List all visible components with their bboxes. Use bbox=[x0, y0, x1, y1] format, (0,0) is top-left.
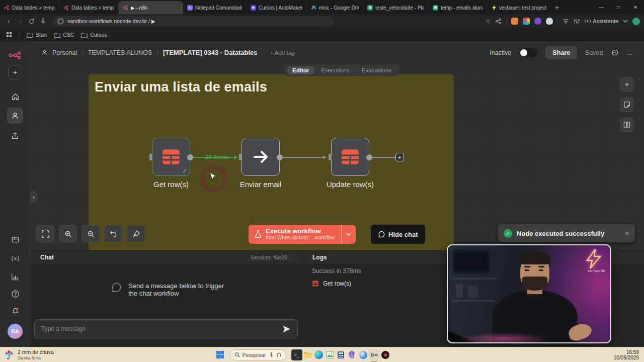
node-enviar-email[interactable] bbox=[242, 138, 280, 176]
home-icon[interactable] bbox=[7, 88, 23, 105]
back-button[interactable]: ‹ bbox=[4, 17, 13, 25]
blue-circle-app-icon[interactable] bbox=[358, 349, 369, 360]
help-icon[interactable] bbox=[7, 286, 23, 302]
chat-session-id[interactable]: Session: f6e28... bbox=[251, 254, 292, 260]
chevron-down-icon[interactable] bbox=[623, 19, 628, 24]
zoom-out-button[interactable] bbox=[82, 225, 100, 242]
browser-tab[interactable]: ◆Cursos | AutoMakers bbox=[247, 1, 307, 14]
workflow-canvas[interactable]: Enviar uma lista de emails Editor Execut… bbox=[30, 64, 644, 250]
new-tab-button[interactable]: + bbox=[550, 1, 564, 14]
tab-editor[interactable]: Editor bbox=[287, 66, 314, 74]
connection-line[interactable] bbox=[282, 157, 325, 158]
photos-app-icon[interactable] bbox=[325, 349, 336, 360]
calculator-app-icon[interactable] bbox=[336, 349, 347, 360]
add-sticky-note-button[interactable] bbox=[620, 98, 634, 112]
undo-button[interactable] bbox=[104, 225, 122, 242]
user-avatar[interactable]: RA bbox=[8, 324, 23, 339]
breadcrumb-personal[interactable]: Personal bbox=[52, 49, 77, 56]
extension-icon[interactable] bbox=[546, 18, 553, 25]
execute-options-caret[interactable] bbox=[342, 225, 356, 244]
add-tag-button[interactable]: + Add tag bbox=[270, 50, 295, 56]
node-input-port[interactable] bbox=[239, 154, 242, 160]
shared-icon[interactable] bbox=[7, 128, 23, 144]
file-explorer-icon[interactable] bbox=[302, 349, 313, 360]
browser-tab[interactable]: misc - Google Drive bbox=[307, 1, 363, 14]
browser-tab[interactable]: Data tables > temp - ema bbox=[0, 1, 59, 14]
browser-tab[interactable]: ▦teste_velocidade - Planilh bbox=[363, 1, 429, 14]
terminal-app-icon[interactable]: >_ bbox=[291, 349, 302, 360]
layout-columns-button[interactable] bbox=[620, 118, 634, 132]
bookmark-folder-start[interactable]: Start bbox=[27, 32, 47, 38]
minimize-button[interactable]: — bbox=[593, 0, 610, 14]
more-menu-button[interactable]: … bbox=[627, 49, 633, 56]
connection-line[interactable] bbox=[372, 157, 395, 158]
edge-browser-icon[interactable] bbox=[313, 349, 325, 360]
browser-tab[interactable]: ▦temp - emails alunos - Pla bbox=[429, 1, 487, 14]
node-get-rows[interactable]: ✓ bbox=[152, 138, 190, 176]
reading-mode-icon[interactable] bbox=[562, 18, 569, 25]
workflow-title[interactable]: [TEMPLATE] 0343 - Datatables bbox=[163, 49, 258, 56]
notifications-bell-icon[interactable] bbox=[7, 303, 23, 319]
new-workflow-button[interactable]: + bbox=[8, 65, 22, 79]
audio-app-icon[interactable] bbox=[369, 349, 380, 360]
history-icon[interactable] bbox=[611, 49, 619, 56]
node-input-port[interactable] bbox=[329, 154, 332, 160]
obsidian-app-icon[interactable] bbox=[347, 349, 358, 360]
taskbar-search-box[interactable]: Pesquisar bbox=[230, 349, 286, 360]
breadcrumb-folder[interactable]: TEMPLATES ALUNOS bbox=[88, 49, 152, 56]
tab-executions[interactable]: Executions bbox=[316, 66, 354, 74]
panel-expand-chevron[interactable]: ‹ bbox=[30, 191, 37, 203]
extension-icon[interactable] bbox=[534, 18, 541, 25]
panel-divider[interactable] bbox=[302, 251, 302, 347]
extension-icon[interactable] bbox=[523, 18, 530, 25]
node-input-port[interactable] bbox=[149, 154, 152, 160]
hide-chat-button[interactable]: Hide chat bbox=[371, 225, 425, 244]
bookmark-folder-cursos[interactable]: Cursos bbox=[81, 32, 107, 38]
tab-evaluations[interactable]: Evaluations bbox=[357, 66, 396, 74]
taskbar-clock[interactable]: 16:59 30/09/2025 bbox=[614, 349, 644, 360]
windows-start-button[interactable] bbox=[215, 349, 226, 360]
assistant-button[interactable]: Assistente bbox=[585, 18, 618, 24]
personal-projects-icon[interactable] bbox=[7, 108, 23, 124]
node-output-port[interactable] bbox=[366, 154, 372, 160]
browser-tab[interactable]: vecbase | test projects | S bbox=[487, 1, 550, 14]
insights-icon[interactable] bbox=[7, 268, 23, 285]
browser-tab[interactable]: NNotepad Comunidade Se bbox=[183, 1, 247, 14]
zoom-in-button[interactable] bbox=[59, 225, 77, 242]
variables-icon[interactable] bbox=[7, 250, 23, 266]
share-button[interactable]: Share bbox=[545, 46, 577, 59]
extension-icon[interactable] bbox=[511, 18, 518, 25]
active-toggle[interactable] bbox=[519, 48, 537, 57]
site-info-icon[interactable] bbox=[57, 18, 64, 25]
add-node-button[interactable]: + bbox=[395, 153, 404, 161]
forward-button[interactable]: › bbox=[16, 17, 25, 25]
bookmark-folder-csc[interactable]: CSC bbox=[54, 32, 74, 38]
bookmark-star-icon[interactable]: ☆ bbox=[485, 18, 491, 25]
browser-tab-active[interactable]: ▶ - n8n bbox=[119, 1, 183, 14]
mic-icon[interactable] bbox=[40, 18, 49, 25]
apps-grid-icon[interactable] bbox=[6, 32, 12, 38]
share-icon[interactable] bbox=[495, 18, 502, 25]
canvas-add-button[interactable]: + bbox=[620, 77, 634, 92]
browser-tab[interactable]: Data tables > temp - ema bbox=[59, 1, 119, 14]
close-button[interactable]: ✕ bbox=[627, 0, 644, 14]
tuner-icon[interactable] bbox=[574, 18, 580, 25]
address-bar[interactable]: sandbox-workflows.nocode.dev.br / ▶ bbox=[52, 16, 334, 27]
chat-message-input[interactable]: Type a message bbox=[34, 319, 298, 338]
toast-close-icon[interactable]: ✕ bbox=[625, 230, 629, 237]
execute-workflow-button[interactable]: Execute workflow from When clicking '...… bbox=[249, 225, 356, 244]
restore-button[interactable]: □ bbox=[610, 0, 627, 14]
fit-view-button[interactable] bbox=[36, 225, 54, 242]
reload-button[interactable] bbox=[28, 18, 37, 25]
node-update-rows[interactable] bbox=[331, 138, 369, 176]
profile-avatar[interactable] bbox=[632, 18, 640, 25]
tidy-up-button[interactable] bbox=[127, 225, 145, 242]
send-icon[interactable] bbox=[282, 325, 291, 333]
templates-icon[interactable] bbox=[7, 231, 23, 247]
media-app-icon[interactable] bbox=[380, 349, 391, 360]
logs-entry-row[interactable]: Get row(s) bbox=[312, 280, 351, 287]
node-output-port[interactable] bbox=[187, 154, 193, 160]
taskbar-weather-widget[interactable]: 2 mm de chuva Sexta-feira bbox=[0, 349, 54, 360]
node-output-port[interactable] bbox=[277, 154, 283, 160]
sticky-note-title[interactable]: Enviar uma lista de emails bbox=[95, 79, 267, 95]
